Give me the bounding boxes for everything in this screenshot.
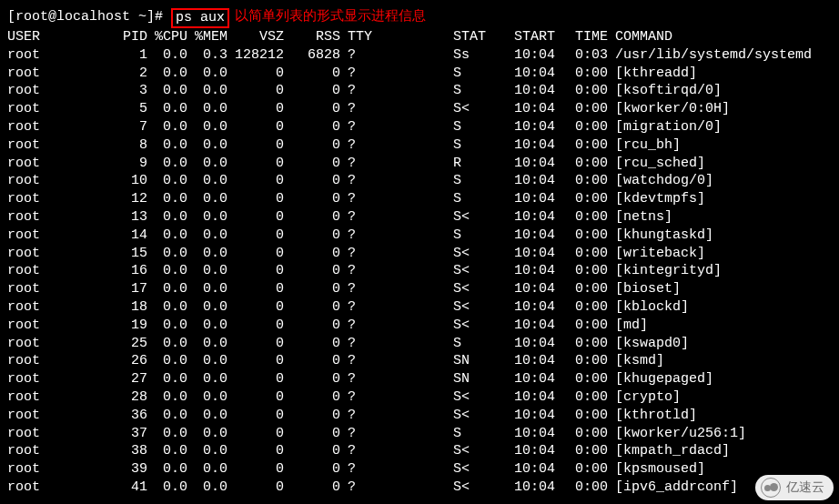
cell-time: 0:03 <box>564 46 608 65</box>
cell-mem: 0.0 <box>187 335 227 353</box>
cell-cmd: [ipv6_addrconf] <box>608 479 738 497</box>
cell-start: 10:04 <box>500 245 564 263</box>
header-time: TIME <box>564 28 608 46</box>
cell-stat: S <box>453 190 500 208</box>
cell-tty: ? <box>340 425 453 443</box>
cell-mem: 0.0 <box>187 262 227 280</box>
cell-cpu: 0.0 <box>147 298 187 317</box>
cell-rss: 0 <box>284 460 340 479</box>
cell-cpu: 0.0 <box>147 65 187 83</box>
table-row: root20.00.000?S10:040:00[kthreadd] <box>7 65 839 83</box>
cell-rss: 0 <box>284 227 340 245</box>
cell-cpu: 0.0 <box>147 425 187 443</box>
header-stat: STAT <box>453 28 500 46</box>
cell-rss: 0 <box>284 317 340 335</box>
cell-cpu: 0.0 <box>147 352 187 370</box>
table-row: root370.00.000?S10:040:00[kworker/u256:1… <box>7 425 839 443</box>
cell-user: root <box>7 190 102 208</box>
watermark: 亿速云 <box>755 475 834 500</box>
cell-tty: ? <box>340 100 453 118</box>
cell-cpu: 0.0 <box>147 280 187 298</box>
cell-user: root <box>7 407 102 425</box>
cell-mem: 0.0 <box>187 388 227 407</box>
cell-mem: 0.0 <box>187 280 227 298</box>
cell-stat: S< <box>453 460 500 479</box>
cell-vsz: 0 <box>227 425 284 443</box>
cell-cmd: [kpsmoused] <box>608 460 705 479</box>
cell-tty: ? <box>340 442 453 460</box>
cell-time: 0:00 <box>564 460 608 479</box>
cell-time: 0:00 <box>564 208 608 227</box>
cell-rss: 0 <box>284 100 340 118</box>
cell-vsz: 0 <box>227 407 284 425</box>
annotation-text: 以简单列表的形式显示进程信息 <box>235 9 426 25</box>
header-user: USER <box>7 28 102 46</box>
table-row: root180.00.000?S<10:040:00[kblockd] <box>7 298 839 317</box>
cell-cmd: [kmpath_rdacd] <box>608 442 730 460</box>
cell-cmd: [bioset] <box>608 280 681 298</box>
cell-time: 0:00 <box>564 118 608 136</box>
cell-cmd: [ksoftirqd/0] <box>608 82 722 100</box>
cell-start: 10:04 <box>500 298 564 317</box>
cell-time: 0:00 <box>564 227 608 245</box>
table-row: root30.00.000?S10:040:00[ksoftirqd/0] <box>7 82 839 100</box>
cell-rss: 0 <box>284 370 340 388</box>
cell-rss: 0 <box>284 262 340 280</box>
header-tty: TTY <box>340 28 453 46</box>
cell-mem: 0.0 <box>187 442 227 460</box>
cell-stat: S <box>453 136 500 155</box>
cell-start: 10:04 <box>500 388 564 407</box>
cell-pid: 8 <box>102 136 147 155</box>
cell-mem: 0.3 <box>187 46 227 65</box>
cell-tty: ? <box>340 245 453 263</box>
cell-cpu: 0.0 <box>147 82 187 100</box>
cell-pid: 37 <box>102 425 147 443</box>
cell-mem: 0.0 <box>187 208 227 227</box>
cell-cmd: [kintegrityd] <box>608 262 722 280</box>
table-row: root260.00.000?SN10:040:00[ksmd] <box>7 352 839 370</box>
table-row: root150.00.000?S<10:040:00[writeback] <box>7 245 839 263</box>
cell-cpu: 0.0 <box>147 208 187 227</box>
cell-cmd: [watchdog/0] <box>608 172 713 190</box>
cell-vsz: 0 <box>227 460 284 479</box>
cell-start: 10:04 <box>500 442 564 460</box>
cell-tty: ? <box>340 46 453 65</box>
cell-mem: 0.0 <box>187 65 227 83</box>
cell-tty: ? <box>340 460 453 479</box>
cell-rss: 0 <box>284 335 340 353</box>
cell-vsz: 0 <box>227 155 284 173</box>
cell-cpu: 0.0 <box>147 46 187 65</box>
cell-vsz: 0 <box>227 335 284 353</box>
cell-time: 0:00 <box>564 280 608 298</box>
cell-start: 10:04 <box>500 280 564 298</box>
cell-pid: 2 <box>102 65 147 83</box>
command-highlight: ps aux <box>171 8 229 28</box>
cell-mem: 0.0 <box>187 298 227 317</box>
table-row: root250.00.000?S10:040:00[kswapd0] <box>7 335 839 353</box>
cell-pid: 39 <box>102 460 147 479</box>
cell-cpu: 0.0 <box>147 136 187 155</box>
cell-user: root <box>7 425 102 443</box>
cell-tty: ? <box>340 227 453 245</box>
cell-cmd: [crypto] <box>608 388 681 407</box>
cell-cmd: [netns] <box>608 208 672 227</box>
cell-user: root <box>7 298 102 317</box>
cell-time: 0:00 <box>564 172 608 190</box>
cell-pid: 9 <box>102 155 147 173</box>
cell-pid: 7 <box>102 118 147 136</box>
cell-time: 0:00 <box>564 245 608 263</box>
cell-start: 10:04 <box>500 46 564 65</box>
cell-vsz: 0 <box>227 245 284 263</box>
cell-start: 10:04 <box>500 65 564 83</box>
cell-vsz: 0 <box>227 100 284 118</box>
cell-start: 10:04 <box>500 352 564 370</box>
cell-user: root <box>7 442 102 460</box>
table-row: root390.00.000?S<10:040:00[kpsmoused] <box>7 460 839 479</box>
cell-vsz: 0 <box>227 172 284 190</box>
cell-rss: 0 <box>284 352 340 370</box>
table-row: root10.00.31282126828?Ss10:040:03/usr/li… <box>7 46 839 65</box>
cell-pid: 15 <box>102 245 147 263</box>
cell-mem: 0.0 <box>187 370 227 388</box>
header-command: COMMAND <box>608 28 672 46</box>
cell-mem: 0.0 <box>187 245 227 263</box>
